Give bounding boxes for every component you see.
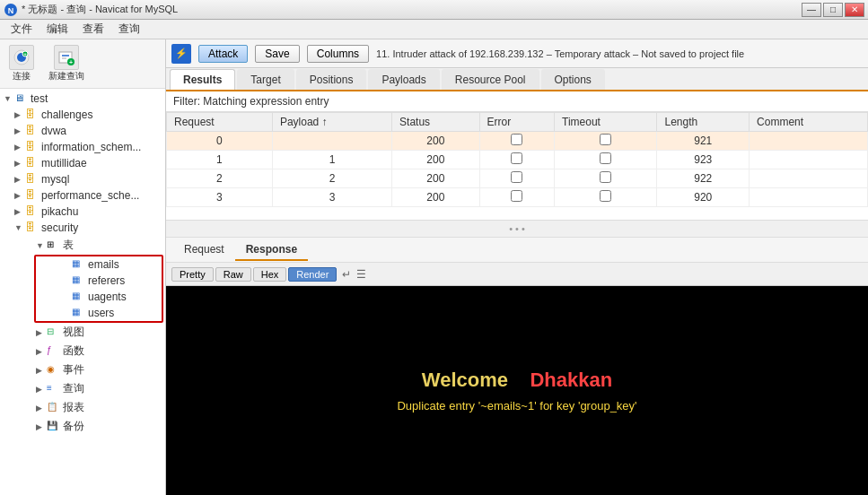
db-icon: 🗄 <box>25 157 39 169</box>
table-cell: 200 <box>392 169 480 188</box>
table-cell: 200 <box>392 132 480 151</box>
security-children: ▼ ⊞ 表 ▦ emails <box>11 236 165 436</box>
table-row[interactable]: 33200920 <box>167 188 868 207</box>
table-checkbox[interactable] <box>600 152 611 164</box>
minimize-button[interactable]: — <box>802 3 821 17</box>
table-row[interactable]: 22200922 <box>167 169 868 188</box>
table-referers[interactable]: ▦ referers <box>57 273 162 289</box>
tree-root-test[interactable]: ▼ 🖥 test <box>0 91 165 107</box>
app-icon: N <box>4 3 18 17</box>
table-users[interactable]: ▦ users <box>57 305 162 321</box>
intruder-icon: ⚡ <box>171 44 191 64</box>
col-request[interactable]: Request <box>167 113 273 132</box>
welcome-label: Welcome <box>422 369 508 391</box>
db-pikachu[interactable]: ▶ 🗄 pikachu <box>11 204 165 220</box>
table-cell <box>750 188 868 207</box>
table-uagents-label: uagents <box>88 291 127 303</box>
db-security-icon: 🗄 <box>25 221 39 234</box>
main-layout: + 连接 + 新建查询 <box>0 39 868 495</box>
db-dvwa[interactable]: ▶ 🗄 dvwa <box>11 123 165 139</box>
tree-arrow: ▼ <box>4 94 14 103</box>
tab-target[interactable]: Target <box>237 69 294 90</box>
maximize-button[interactable]: □ <box>823 3 843 17</box>
menu-edit[interactable]: 编辑 <box>39 20 75 39</box>
error-message: Duplicate entry '~emails~1' for key 'gro… <box>397 399 636 412</box>
payload-header-label: Payload ↑ <box>280 116 328 128</box>
db-security[interactable]: ▼ 🗄 security <box>11 220 165 236</box>
tab-response[interactable]: Response <box>235 239 308 261</box>
tree-root-label: test <box>31 92 48 105</box>
backups-section[interactable]: ▶ 💾 备份 <box>32 417 165 436</box>
tab-request[interactable]: Request <box>173 239 235 261</box>
col-timeout[interactable]: Timeout <box>555 113 657 132</box>
sidebar: + 连接 + 新建查询 <box>0 39 166 495</box>
reports-section[interactable]: ▶ 📋 报表 <box>32 398 165 417</box>
tab-options[interactable]: Options <box>541 69 605 90</box>
table-cell <box>555 132 657 151</box>
tab-positions[interactable]: Positions <box>296 69 367 90</box>
functions-label: 函数 <box>63 343 84 359</box>
tables-label: 表 <box>63 238 74 253</box>
attack-button[interactable]: Attack <box>198 45 248 63</box>
btn-raw[interactable]: Raw <box>215 267 251 282</box>
new-query-label: 新建查询 <box>48 70 84 82</box>
queries-section[interactable]: ▶ ≡ 查询 <box>32 379 165 398</box>
btn-hex[interactable]: Hex <box>253 267 287 282</box>
menu-btn[interactable]: ☰ <box>356 268 366 281</box>
filter-bar: Filter: Matching expression entry <box>166 91 868 112</box>
table-row[interactable]: 11200923 <box>167 151 868 169</box>
table-referers-label: referers <box>88 274 125 287</box>
table-checkbox[interactable] <box>600 134 611 145</box>
panel-divider: • • • <box>166 220 868 238</box>
db-challenges[interactable]: ▶ 🗄 challenges <box>11 107 165 123</box>
table-uagents[interactable]: ▦ uagents <box>57 289 162 305</box>
db-information-schema[interactable]: ▶ 🗄 information_schem... <box>11 139 165 155</box>
table-checkbox[interactable] <box>511 152 522 164</box>
table-checkbox[interactable] <box>511 134 522 145</box>
btn-render[interactable]: Render <box>288 267 337 282</box>
tab-results[interactable]: Results <box>170 69 235 90</box>
table-cell <box>555 169 657 188</box>
tab-payloads[interactable]: Payloads <box>368 69 439 90</box>
results-area: Request Payload ↑ Status Error Timeout L… <box>166 112 868 220</box>
tab-resource-pool[interactable]: Resource Pool <box>442 69 539 90</box>
connect-button[interactable]: + 连接 <box>4 43 39 84</box>
col-status[interactable]: Status <box>392 113 480 132</box>
new-query-button[interactable]: + 新建查询 <box>43 43 90 84</box>
menu-query[interactable]: 查询 <box>111 20 147 39</box>
col-error[interactable]: Error <box>479 113 554 132</box>
save-button[interactable]: Save <box>255 45 299 63</box>
window-controls[interactable]: — □ ✕ <box>802 3 864 17</box>
table-checkbox[interactable] <box>600 190 611 202</box>
columns-button[interactable]: Columns <box>307 45 369 63</box>
db-mutillidae[interactable]: ▶ 🗄 mutillidae <box>11 155 165 171</box>
table-emails[interactable]: ▦ emails <box>57 256 162 273</box>
events-section[interactable]: ▶ ◉ 事件 <box>32 360 165 379</box>
close-button[interactable]: ✕ <box>845 3 864 17</box>
db-info-schema-label: information_schem... <box>41 141 141 153</box>
render-toolbar: Pretty Raw Hex Render ↵ ☰ <box>166 263 868 286</box>
db-performance-schema[interactable]: ▶ 🗄 performance_sche... <box>11 187 165 204</box>
table-cell: 200 <box>392 151 480 169</box>
db-mysql-label: mysql <box>41 173 69 186</box>
menu-view[interactable]: 查看 <box>75 20 111 39</box>
col-comment[interactable]: Comment <box>750 113 868 132</box>
svg-text:+: + <box>69 59 73 65</box>
connect-icon: + <box>9 45 34 70</box>
col-payload[interactable]: Payload ↑ <box>272 113 391 132</box>
table-checkbox[interactable] <box>511 171 522 183</box>
table-cell: 922 <box>657 169 750 188</box>
tables-section[interactable]: ▼ ⊞ 表 <box>32 236 165 255</box>
db-mysql[interactable]: ▶ 🗄 mysql <box>11 171 165 187</box>
table-row[interactable]: 0200921 <box>167 132 868 151</box>
col-length[interactable]: Length <box>657 113 750 132</box>
svg-text:N: N <box>8 6 14 15</box>
functions-section[interactable]: ▶ ƒ 函数 <box>32 342 165 360</box>
btn-pretty[interactable]: Pretty <box>171 267 214 282</box>
newline-btn[interactable]: ↵ <box>342 268 351 281</box>
table-checkbox[interactable] <box>511 190 522 202</box>
menu-file[interactable]: 文件 <box>4 20 39 39</box>
func-icon: ƒ <box>47 345 61 358</box>
table-checkbox[interactable] <box>600 171 611 183</box>
views-section[interactable]: ▶ ⊟ 视图 <box>32 323 165 342</box>
